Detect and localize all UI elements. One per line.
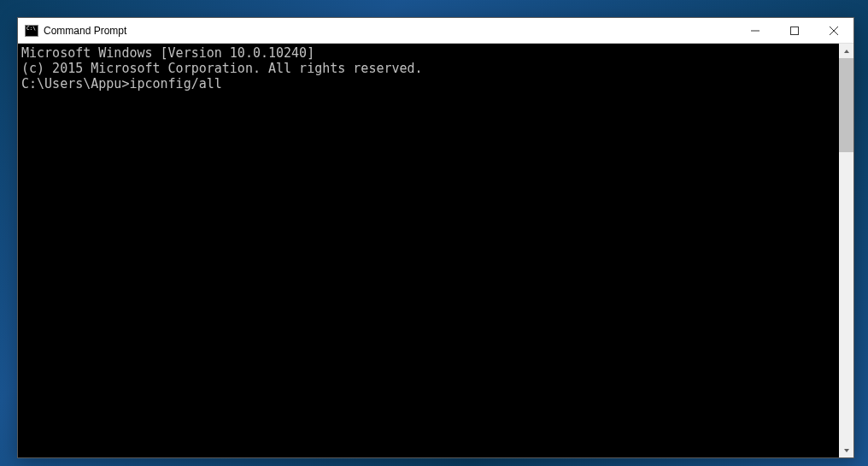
close-icon — [830, 27, 838, 35]
chevron-up-icon — [843, 48, 850, 55]
minimize-button[interactable] — [736, 18, 775, 43]
scroll-up-button[interactable] — [839, 44, 853, 58]
scroll-track[interactable] — [839, 58, 853, 443]
terminal-output[interactable]: Microsoft Windows [Version 10.0.10240](c… — [18, 44, 839, 457]
window-controls — [736, 18, 853, 43]
close-button[interactable] — [814, 18, 853, 43]
terminal-prompt-line: C:\Users\Appu>ipconfig/all — [21, 76, 836, 91]
maximize-button[interactable] — [775, 18, 814, 43]
scroll-thumb[interactable] — [839, 58, 853, 152]
titlebar[interactable]: Command Prompt — [18, 18, 853, 44]
vertical-scrollbar[interactable] — [839, 44, 853, 457]
terminal-line: Microsoft Windows [Version 10.0.10240] — [21, 45, 836, 61]
cmd-icon — [25, 24, 38, 38]
content-area: Microsoft Windows [Version 10.0.10240](c… — [18, 44, 853, 457]
window-title: Command Prompt — [44, 25, 736, 37]
chevron-down-icon — [843, 447, 850, 454]
svg-rect-1 — [791, 27, 799, 34]
terminal-prompt: C:\Users\Appu> — [21, 76, 129, 91]
maximize-icon — [790, 27, 799, 35]
command-prompt-window: Command Prompt Microsoft Windows [Versio… — [17, 17, 854, 458]
desktop-background: Command Prompt Microsoft Windows [Versio… — [0, 0, 868, 466]
terminal-line: (c) 2015 Microsoft Corporation. All righ… — [21, 61, 836, 76]
terminal-command-input[interactable]: ipconfig/all — [129, 76, 221, 91]
minimize-icon — [751, 27, 760, 35]
scroll-down-button[interactable] — [839, 443, 853, 457]
